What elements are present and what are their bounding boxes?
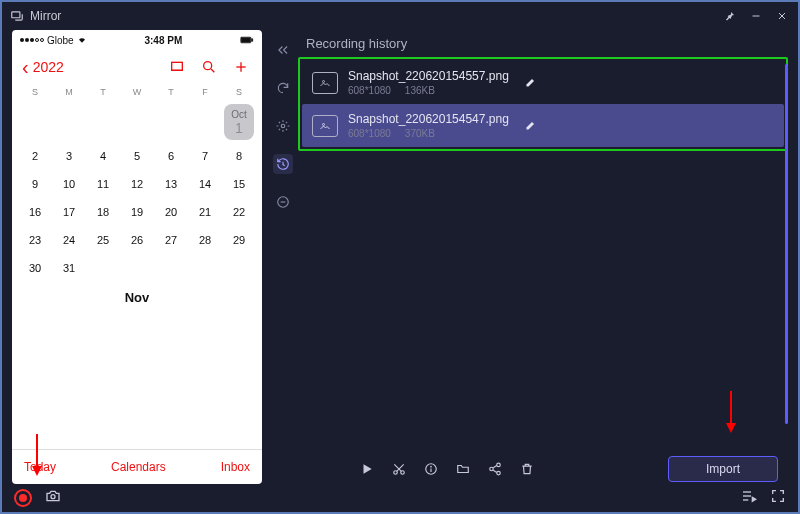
- svg-line-2: [779, 13, 785, 19]
- list-view-icon[interactable]: [166, 56, 188, 78]
- svg-point-14: [278, 197, 289, 208]
- info-icon[interactable]: [422, 460, 440, 478]
- svg-point-22: [431, 466, 432, 467]
- svg-line-27: [493, 470, 497, 472]
- svg-point-13: [281, 124, 285, 128]
- phone-statusbar: Globe 3:48 PM: [12, 30, 262, 50]
- svg-point-17: [323, 123, 325, 125]
- svg-point-20: [426, 464, 437, 475]
- playlist-icon[interactable]: [740, 488, 758, 508]
- svg-rect-0: [12, 12, 20, 18]
- svg-point-28: [51, 495, 55, 499]
- collapse-icon[interactable]: [273, 40, 293, 60]
- svg-line-26: [493, 466, 497, 468]
- svg-line-3: [779, 13, 785, 19]
- play-icon[interactable]: [358, 460, 376, 478]
- inbox-button[interactable]: Inbox: [221, 460, 250, 474]
- pin-icon[interactable]: [722, 8, 738, 24]
- status-time: 3:48 PM: [87, 35, 240, 46]
- today-button[interactable]: Today: [24, 460, 56, 474]
- edit-icon[interactable]: [525, 117, 537, 135]
- add-icon[interactable]: [230, 56, 252, 78]
- svg-rect-6: [241, 38, 250, 43]
- settings-icon[interactable]: [273, 116, 293, 136]
- minimize-icon[interactable]: [748, 8, 764, 24]
- svg-point-25: [497, 471, 501, 475]
- history-icon[interactable]: [273, 154, 293, 174]
- section-title: Recording history: [298, 30, 788, 57]
- fullscreen-icon[interactable]: [770, 488, 786, 508]
- history-item[interactable]: Snapshot_220620154547.png 608*1080370KB: [302, 104, 784, 147]
- image-icon: [312, 115, 338, 137]
- calendars-button[interactable]: Calendars: [56, 460, 221, 474]
- side-tabs: [268, 30, 298, 484]
- history-list-highlight: Snapshot_220620154557.png 608*1080136KB …: [298, 57, 788, 151]
- share-icon[interactable]: [486, 460, 504, 478]
- svg-rect-7: [172, 62, 183, 70]
- close-icon[interactable]: [774, 8, 790, 24]
- history-item-name: Snapshot_220620154547.png: [348, 112, 509, 126]
- phone-mirror: Globe 3:48 PM ‹ 2022 SMTWTFS Oct1 234567…: [12, 30, 262, 484]
- svg-rect-5: [252, 39, 253, 41]
- svg-line-10: [211, 69, 214, 72]
- import-button[interactable]: Import: [668, 456, 778, 482]
- history-item-name: Snapshot_220620154557.png: [348, 69, 509, 83]
- month-badge[interactable]: Oct1: [224, 104, 254, 140]
- next-month-label: Nov: [12, 282, 262, 313]
- svg-point-23: [497, 463, 501, 467]
- svg-rect-4: [241, 37, 252, 43]
- calendar-grid: Oct1 2345678 9101112131415 1617181920212…: [12, 100, 262, 282]
- screenshot-button[interactable]: [44, 488, 62, 508]
- back-icon[interactable]: ‹: [22, 60, 29, 74]
- record-button[interactable]: [14, 489, 32, 507]
- remove-icon[interactable]: [273, 192, 293, 212]
- app-logo-icon: [10, 9, 24, 23]
- svg-point-18: [394, 471, 398, 475]
- svg-point-24: [490, 467, 494, 471]
- calendar-footer: Today Calendars Inbox: [12, 449, 262, 484]
- year-label[interactable]: 2022: [33, 59, 64, 75]
- folder-icon[interactable]: [454, 460, 472, 478]
- app-title: Mirror: [30, 9, 61, 23]
- svg-point-16: [323, 80, 325, 82]
- scrollbar[interactable]: [785, 64, 788, 424]
- calendar-header: ‹ 2022: [12, 50, 262, 84]
- svg-point-9: [204, 62, 212, 70]
- history-item[interactable]: Snapshot_220620154557.png 608*1080136KB: [302, 61, 784, 104]
- history-toolbar: [358, 460, 536, 478]
- carrier-label: Globe: [47, 35, 74, 46]
- history-item-meta: 608*1080370KB: [348, 128, 509, 139]
- day-of-week-row: SMTWTFS: [12, 84, 262, 100]
- svg-point-19: [401, 471, 405, 475]
- refresh-icon[interactable]: [273, 78, 293, 98]
- history-item-meta: 608*1080136KB: [348, 85, 509, 96]
- cut-icon[interactable]: [390, 460, 408, 478]
- delete-icon[interactable]: [518, 460, 536, 478]
- edit-icon[interactable]: [525, 74, 537, 92]
- search-icon[interactable]: [198, 56, 220, 78]
- image-icon: [312, 72, 338, 94]
